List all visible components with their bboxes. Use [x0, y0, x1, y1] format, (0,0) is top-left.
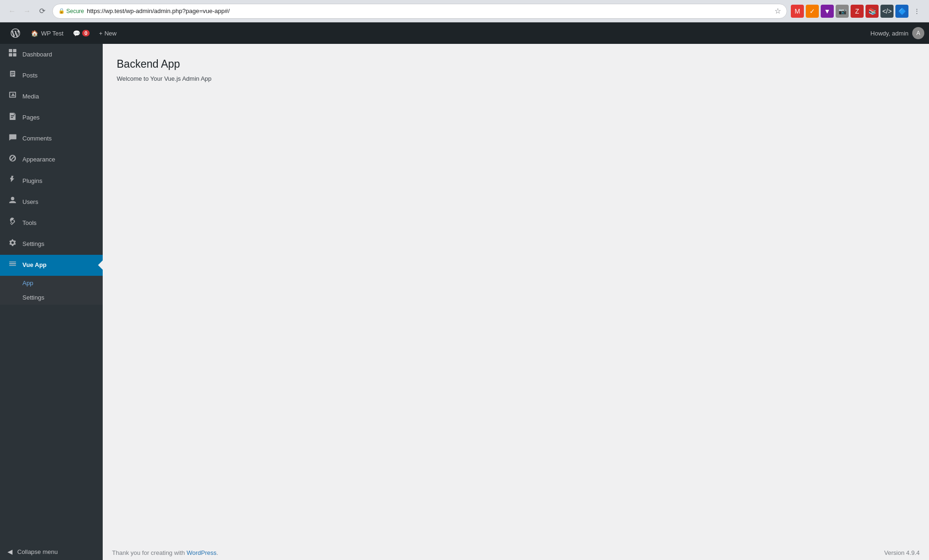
comments-link[interactable]: 💬 0 — [68, 22, 94, 44]
secure-badge: 🔒 Secure — [58, 8, 84, 14]
page-subtitle: Welcome to Your Vue.js Admin App — [117, 75, 915, 82]
ext-btn-7[interactable]: </> — [880, 5, 894, 18]
address-bar[interactable]: 🔒 Secure https://wp.test/wp-admin/admin.… — [52, 4, 787, 19]
sidebar-item-vue-app[interactable]: Vue App — [0, 255, 103, 276]
wp-layout: Dashboard Posts Media Pages — [0, 44, 929, 560]
menu-button[interactable]: ⋮ — [910, 5, 923, 18]
svg-rect-1 — [13, 49, 16, 52]
vue-app-label: Vue App — [22, 261, 97, 269]
users-label: Users — [22, 198, 97, 206]
plugins-label: Plugins — [22, 177, 97, 185]
sidebar-item-comments[interactable]: Comments — [0, 128, 103, 149]
dashboard-label: Dashboard — [22, 50, 97, 59]
avatar[interactable]: A — [912, 27, 924, 39]
new-button: + New — [99, 30, 117, 37]
sidebar-item-dashboard[interactable]: Dashboard — [0, 44, 103, 65]
lock-icon: 🔒 — [58, 8, 65, 14]
submenu-item-app[interactable]: App — [0, 276, 103, 290]
howdy-text: Howdy, admin — [871, 30, 908, 37]
posts-icon — [7, 70, 18, 81]
plus-icon: + — [99, 30, 103, 37]
footer-text: Thank you for creating with WordPress. — [112, 549, 218, 556]
wp-admin-bar: 🏠 WP Test 💬 0 + New Howdy, admin A — [0, 22, 929, 44]
footer-left: Thank you for creating with WordPress. — [112, 549, 218, 556]
sidebar-item-posts[interactable]: Posts — [0, 65, 103, 86]
wp-logo-icon — [11, 28, 20, 38]
media-icon — [7, 91, 18, 102]
sidebar-item-users[interactable]: Users — [0, 191, 103, 212]
vue-app-icon — [7, 259, 18, 271]
browser-nav-buttons: ← → ⟳ — [6, 5, 49, 18]
appearance-icon — [7, 154, 18, 166]
sidebar-item-tools[interactable]: Tools — [0, 213, 103, 234]
settings-icon — [7, 238, 18, 250]
home-icon: 🏠 — [31, 30, 38, 37]
sidebar-item-pages[interactable]: Pages — [0, 107, 103, 128]
vue-app-submenu: App Settings — [0, 276, 103, 305]
pages-icon — [7, 112, 18, 124]
svg-rect-2 — [9, 53, 12, 56]
ext-btn-2[interactable]: ✓ — [806, 5, 819, 18]
wp-main: Backend App Welcome to Your Vue.js Admin… — [103, 44, 929, 560]
sidebar-item-plugins[interactable]: Plugins — [0, 170, 103, 191]
pages-label: Pages — [22, 113, 97, 122]
dashboard-icon — [7, 49, 18, 60]
sidebar-item-media[interactable]: Media — [0, 86, 103, 107]
sidebar-item-settings[interactable]: Settings — [0, 234, 103, 255]
version-text: Version 4.9.4 — [884, 549, 920, 556]
site-name-link[interactable]: 🏠 WP Test — [26, 22, 68, 44]
main-content: Backend App Welcome to Your Vue.js Admin… — [103, 44, 929, 546]
collapse-icon: ◀ — [7, 548, 13, 555]
svg-rect-0 — [9, 49, 12, 52]
wordpress-link[interactable]: WordPress — [187, 549, 217, 556]
ext-btn-6[interactable]: 📚 — [866, 5, 879, 18]
wp-footer: Thank you for creating with WordPress. V… — [103, 546, 929, 560]
ext-btn-5[interactable]: Z — [851, 5, 864, 18]
comments-count: 0 — [82, 30, 90, 36]
ext-btn-4[interactable]: 📷 — [836, 5, 849, 18]
comments-button: 💬 0 — [73, 30, 90, 37]
submenu-item-settings[interactable]: Settings — [0, 290, 103, 305]
new-label: New — [105, 30, 117, 37]
appearance-label: Appearance — [22, 155, 97, 164]
users-icon — [7, 196, 18, 208]
url-text: https://wp.test/wp-admin/admin.php?page=… — [87, 7, 772, 14]
forward-button[interactable]: → — [21, 5, 34, 18]
wp-logo-button[interactable] — [5, 22, 26, 44]
settings-label: Settings — [22, 240, 97, 248]
media-label: Media — [22, 92, 97, 101]
browser-chrome: ← → ⟳ 🔒 Secure https://wp.test/wp-admin/… — [0, 0, 929, 22]
secure-label: Secure — [66, 8, 84, 14]
reload-button[interactable]: ⟳ — [35, 5, 49, 18]
svg-rect-3 — [13, 53, 16, 56]
comments-label: Comments — [22, 134, 97, 143]
comment-icon: 💬 — [73, 30, 80, 37]
footer-right: Version 4.9.4 — [884, 549, 920, 556]
tools-label: Tools — [22, 219, 97, 227]
back-button[interactable]: ← — [6, 5, 19, 18]
bookmark-button[interactable]: ☆ — [774, 7, 781, 15]
sidebar-menu: Dashboard Posts Media Pages — [0, 44, 103, 543]
settings-submenu-label: Settings — [22, 294, 44, 301]
ext-btn-1[interactable]: M — [791, 5, 804, 18]
new-content-link[interactable]: + New — [94, 22, 121, 44]
site-name-text: WP Test — [41, 30, 63, 37]
ext-btn-8[interactable]: 🔷 — [895, 5, 908, 18]
wp-sidebar: Dashboard Posts Media Pages — [0, 44, 103, 560]
app-submenu-label: App — [22, 280, 33, 287]
page-title: Backend App — [117, 58, 915, 70]
tools-icon — [7, 217, 18, 229]
collapse-menu-button[interactable]: ◀ Collapse menu — [0, 543, 103, 560]
admin-bar-right: Howdy, admin A — [871, 27, 924, 39]
ext-btn-3[interactable]: ▼ — [821, 5, 834, 18]
plugins-icon — [7, 175, 18, 187]
sidebar-item-appearance[interactable]: Appearance — [0, 149, 103, 170]
comments-sidebar-icon — [7, 133, 18, 145]
browser-extensions: M ✓ ▼ 📷 Z 📚 </> 🔷 ⋮ — [791, 5, 923, 18]
posts-label: Posts — [22, 71, 97, 80]
collapse-label: Collapse menu — [17, 548, 58, 555]
